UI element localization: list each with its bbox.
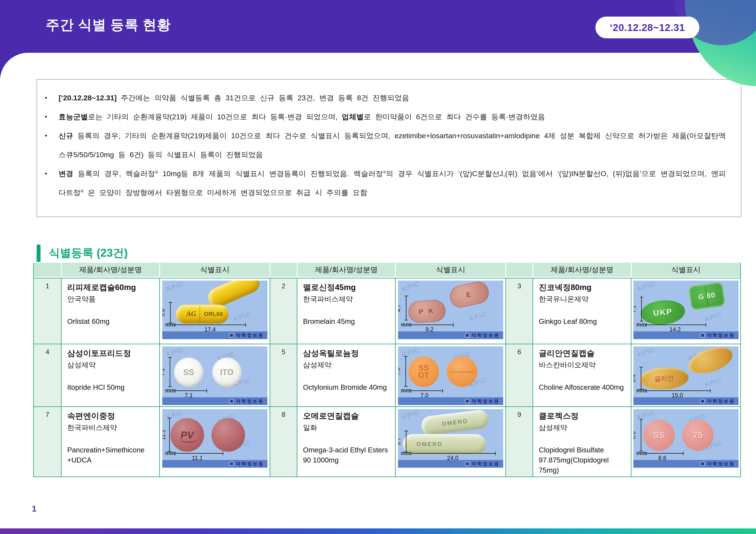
- page-title: 주간 식별 등록 현황: [46, 15, 171, 34]
- kpic-watermark: KPIC: [165, 346, 185, 359]
- product-info-cell: 진코넥정80mg 한국유니온제약 Ginkgo Leaf 80mg: [532, 278, 631, 343]
- pill-image-cell: KPIC KPIC KPIC KPIC SS OT 7.0 mm 7.0 약학정…: [395, 343, 505, 406]
- summary-bullet-list: •[‘20.12.28~12.31] 주간에는 의약품 식별등록 총 31건으로…: [37, 80, 741, 202]
- entry-number: 4: [34, 343, 61, 406]
- date-range-label: ‘20.12.28~12.31: [610, 22, 685, 33]
- kpic-logo-icon: [700, 333, 705, 338]
- source-label: 약학정보원: [236, 398, 264, 404]
- product-info-cell: 오메로연질캡슐 일화 Omega-3-acid Ethyl Esters 90 …: [297, 406, 395, 476]
- header-cell-product: 제품/회사명/성분명: [532, 263, 631, 278]
- mm-unit-label: mm: [636, 387, 646, 394]
- summary-bullet: •신규 등록의 경우, 기타의 순환계용약(219)제품이 10건으로 최다 건…: [37, 126, 726, 164]
- kpic-watermark: KPIC: [232, 310, 252, 323]
- source-bar: 약학정보원: [634, 397, 739, 405]
- ingredient: Octylonium Bromide 40mg: [303, 382, 391, 393]
- pill-photo: KPIC KPIC KPIC KPIC UKP G 80 7.1 mm 14.2…: [634, 281, 739, 339]
- vertical-ruler: 8.6: [639, 419, 643, 451]
- company-name: 한국유니온제약: [539, 294, 627, 304]
- entry-number: 8: [270, 406, 297, 476]
- pill-height-mm: 8.4: [634, 374, 637, 382]
- tablet-shape: E: [447, 281, 491, 310]
- kpic-logo-icon: [700, 399, 705, 403]
- bullet-text: 효능군별로는 기타의 순환계용약(219) 제품이 10건으로 최다 등록·변경…: [59, 113, 545, 121]
- tablet-shape: [447, 356, 477, 387]
- softgel-shape: OMERO: [420, 409, 489, 436]
- header-cell-blank: [270, 263, 297, 278]
- header-cell-mark: 식별표시: [159, 263, 270, 278]
- ingredient: Choline Alfoscerate 400mg: [539, 382, 627, 393]
- content-rounded-corner: [0, 53, 756, 83]
- softgel-shape: [685, 346, 736, 379]
- product-info-cell: 삼성옥틸로늄정 삼성제약 Octylonium Bromide 40mg: [297, 343, 395, 406]
- imprint-wave-line: [180, 437, 196, 443]
- entry-number: 2: [270, 278, 297, 343]
- header-cell-product: 제품/회사명/성분명: [297, 263, 395, 278]
- source-bar: 약학정보원: [162, 460, 267, 468]
- pill-imprint: SS OT: [415, 364, 433, 379]
- pill-photo: KPIC KPIC KPIC KPIC PV 11.1 mm 11.1 약학정보…: [162, 409, 267, 468]
- pill-image-cell: KPIC KPIC KPIC KPIC OMERO OMERO 9.7 mm 2…: [395, 406, 505, 476]
- entry-number: 9: [505, 406, 532, 476]
- bullet-text: [‘20.12.28~12.31] 주간에는 의약품 식별등록 총 31건으로 …: [59, 94, 409, 102]
- source-label: 약학정보원: [472, 332, 500, 338]
- mm-unit-label: mm: [636, 321, 646, 328]
- source-bar: 약학정보원: [634, 331, 739, 339]
- header-cell-product: 제품/회사명/성분명: [61, 263, 159, 278]
- mm-unit-label: mm: [636, 450, 646, 456]
- source-label: 약학정보원: [236, 332, 264, 338]
- product-name: 삼성옥틸로늄정: [303, 348, 391, 359]
- pill-imprint: OMERO: [441, 418, 468, 427]
- company-name: 한국파비스제약: [67, 423, 155, 433]
- summary-bullet: •효능군별로는 기타의 순환계용약(219) 제품이 10건으로 최다 등록·변…: [37, 107, 726, 126]
- product-name: 삼성이토프리드정: [67, 348, 155, 359]
- product-info-cell: 삼성이토프리드정 삼성제약 Itopride HCl 50mg: [61, 343, 159, 406]
- pill-photo: KPIC KPIC KPIC KPIC P K E 4.7 mm 9.2 약학정…: [398, 281, 503, 339]
- source-bar: 약학정보원: [398, 331, 503, 339]
- kpic-logo-icon: [465, 461, 470, 466]
- mm-unit-label: mm: [165, 387, 175, 394]
- section-accent-bar: [37, 244, 40, 262]
- company-name: 삼성제약: [303, 360, 391, 370]
- bullet-icon: •: [45, 107, 47, 126]
- ingredient: Itopride HCl 50mg: [67, 382, 155, 393]
- tablet-shape: SS: [174, 358, 203, 387]
- tablet-shape: 75: [682, 420, 714, 451]
- tablet-shape: SS OT: [408, 356, 439, 387]
- entry-number: 5: [270, 343, 297, 406]
- pill-imprint: E: [465, 290, 473, 299]
- mm-unit-label: mm: [165, 321, 175, 328]
- kpic-logo-icon: [229, 399, 234, 403]
- pill-photo: KPIC KPIC KPIC KPIC OMERO OMERO 9.7 mm 2…: [398, 409, 503, 468]
- vertical-ruler: 5.8: [169, 302, 172, 323]
- pill-photo: KPIC KPIC KPIC KPIC SS 75 8.6 mm 8.6 약학정…: [634, 409, 739, 468]
- pill-imprint: 글리안: [654, 373, 674, 384]
- kpic-watermark: KPIC: [468, 310, 488, 323]
- company-name: 일화: [303, 423, 391, 433]
- tablet-shape: G 80: [688, 282, 725, 311]
- kpic-logo-icon: [700, 461, 705, 466]
- entry-number: 6: [505, 343, 532, 406]
- company-name: 바스칸바이오제약: [539, 360, 627, 370]
- mm-unit-label: mm: [401, 321, 411, 328]
- pill-imprint: ITO: [220, 368, 233, 377]
- product-name: 속편엔이중정: [67, 410, 155, 422]
- tablet-shape: ITO: [212, 358, 242, 387]
- kpic-logo-icon: [465, 399, 470, 403]
- summary-bullet: •변경 등록의 경우, 렉슬러정® 10mg등 8개 제품의 식별표시 변경등록…: [37, 164, 726, 202]
- summary-bullet: •[‘20.12.28~12.31] 주간에는 의약품 식별등록 총 31건으로…: [37, 88, 726, 107]
- pill-image-cell: KPIC KPIC KPIC KPIC P K E 4.7 mm 9.2 약학정…: [395, 278, 505, 343]
- pill-imprint: SS: [183, 368, 194, 377]
- product-info-cell: 리피제로캡슐60mg 안국약품 Orlistat 60mg: [61, 278, 159, 343]
- kpic-watermark: KPIC: [704, 376, 723, 389]
- pill-image-cell: KPIC KPIC KPIC KPIC PV 11.1 mm 11.1 약학정보…: [159, 406, 270, 476]
- tablet-shape: PV: [171, 418, 204, 452]
- pill-photo: KPIC KPIC KPIC KPIC 글리안 8.4 mm 15.0 약학정보…: [634, 346, 739, 405]
- pill-imprint: ORL60: [204, 311, 223, 318]
- entry-number: 1: [34, 278, 61, 343]
- weekly-summary-box: •[‘20.12.28~12.31] 주간에는 의약품 식별등록 총 31건으로…: [37, 79, 741, 217]
- product-name: 오메로연질캡슐: [303, 410, 391, 422]
- pill-imprint: OMERO: [417, 441, 443, 448]
- pill-imprint: UKP: [653, 307, 673, 318]
- score-line: [449, 372, 475, 372]
- source-label: 약학정보원: [707, 398, 735, 404]
